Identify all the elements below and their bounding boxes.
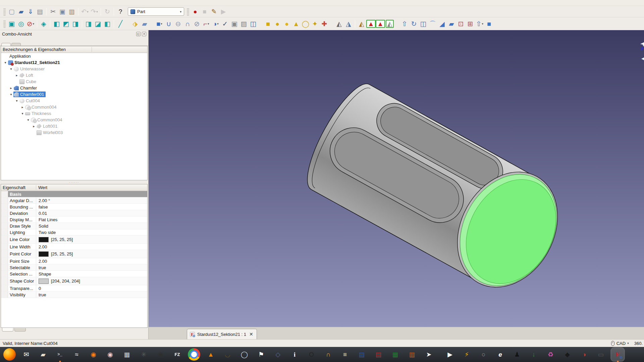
prop-deviation[interactable]: Deviation 0.01 <box>1 210 147 217</box>
geometric-primitives-button[interactable]: ✚ <box>320 19 329 28</box>
taskbar-calibre[interactable]: ≡ <box>339 348 351 361</box>
taskbar-disk-analyzer[interactable]: ◑ <box>578 348 590 361</box>
view-bottom-button[interactable]: ◪ <box>93 19 103 28</box>
prop-angular-deflection[interactable]: Angular D... 2.00 ° <box>1 197 147 204</box>
macro-play-button[interactable]: ▶ <box>219 7 228 16</box>
taskbar-model-viewer[interactable]: ◇ <box>272 348 284 361</box>
menu-ansicht[interactable] <box>15 3 21 3</box>
tree-item-common004[interactable]: ▸ Common004 <box>1 104 147 110</box>
tab-ansicht[interactable] <box>2 328 13 331</box>
primitive-sphere-button[interactable]: ● <box>282 19 291 28</box>
tree-expander-icon[interactable]: ▾ <box>26 118 31 122</box>
toolbar-drag-handle[interactable] <box>3 20 6 28</box>
taskbar-gimp[interactable]: ◡ <box>221 348 234 361</box>
menu-bearbeiten[interactable] <box>9 3 15 3</box>
property-value[interactable]: Shape <box>36 272 51 277</box>
tree-item-unterwasser[interactable]: ▾ Unterwasser <box>1 66 147 72</box>
revolve-button[interactable]: ↻ <box>409 19 419 28</box>
tree-expander-icon[interactable]: ▾ <box>20 112 25 115</box>
taskbar-lo-writer[interactable]: ▤ <box>356 348 368 361</box>
prop-line-color[interactable]: Line Color [25, 25, 25] <box>1 236 147 244</box>
taskbar-freecad[interactable]: F <box>611 348 624 361</box>
view-front-button[interactable]: ◧ <box>52 19 61 28</box>
taskbar-chrome[interactable] <box>188 348 200 361</box>
tree-item-cut004[interactable]: ▾ Cut004 <box>1 98 147 104</box>
menu-makro[interactable] <box>27 3 33 3</box>
chevron-down-icon[interactable]: ▾ <box>627 342 629 345</box>
taskbar-filezilla[interactable]: FZ <box>171 348 183 361</box>
ruled-surface-button[interactable]: ▰ <box>447 19 456 28</box>
property-value[interactable]: [25, 25, 25] <box>36 251 73 257</box>
taskbar-vlc[interactable]: ▲ <box>205 348 217 361</box>
taskbar-web-browser[interactable]: ➤ <box>423 348 435 361</box>
taskbar-firefox[interactable] <box>3 348 16 361</box>
tree-expander-icon[interactable]: ▾ <box>9 67 13 71</box>
tree-expander-icon[interactable]: ▾ <box>9 93 13 96</box>
view-left-button[interactable]: ◧ <box>103 19 112 28</box>
property-table-header[interactable]: Eigenschaft Wert <box>1 184 147 191</box>
prop-draw-style[interactable]: Draw Style Solid <box>1 223 147 229</box>
extrude-button[interactable]: ⇧ <box>400 19 409 28</box>
taskbar-gps-maps[interactable]: ⚑ <box>255 348 267 361</box>
tree-column-header[interactable]: Bezeichnungen & Eigenschaften <box>1 46 147 53</box>
boolean-union-button[interactable]: ∪ <box>164 19 173 28</box>
tree-item-loft001[interactable]: ▸ Loft001 <box>1 123 147 129</box>
prop-lighting[interactable]: Lighting Two side <box>1 229 147 236</box>
boolean-section-button[interactable]: ⊘ <box>192 19 202 28</box>
taskbar-thunderbird[interactable]: ✉ <box>20 348 33 361</box>
tree-root-applikation[interactable]: Applikation <box>1 53 147 59</box>
taskbar-desktop-recorder[interactable]: ◉ <box>154 348 167 361</box>
combo-view-titlebar[interactable]: Combo-Ansicht ◱ ✕ <box>0 30 148 38</box>
tree-expander-icon[interactable]: ▸ <box>9 86 13 90</box>
boolean-cut-button[interactable]: ⊖ <box>173 19 183 28</box>
taskbar-video-editor[interactable]: ▦ <box>121 348 133 361</box>
prop-group-basis[interactable]: Basis <box>1 191 147 197</box>
property-value[interactable]: true <box>36 292 46 297</box>
taskbar-overflow-partial[interactable] <box>628 348 641 361</box>
part-import-button[interactable]: ▰ <box>140 19 149 28</box>
property-value[interactable]: [204, 204, 204] <box>36 279 80 284</box>
taskbar-openshot[interactable]: ◯ <box>238 348 251 361</box>
property-value[interactable]: [25, 25, 25] <box>36 237 73 242</box>
3d-view[interactable]: ➤ z ◀ <box>149 30 644 327</box>
tree-item-loft[interactable]: ▸ Loft <box>1 72 147 78</box>
menu-fenster[interactable] <box>45 3 51 3</box>
property-value[interactable]: 2.00 ° <box>36 198 50 203</box>
taskbar-scanner[interactable]: ▭ <box>595 348 607 361</box>
close-document-icon[interactable]: ✕ <box>249 331 253 337</box>
part-example-button[interactable]: ⬗ <box>130 19 140 28</box>
panel-splitter[interactable]: ······ <box>0 180 148 184</box>
view-rear-button[interactable]: ◨ <box>84 19 93 28</box>
taskbar-info-viewer[interactable]: i <box>288 348 301 361</box>
taskbar-audacity[interactable]: ∩ <box>322 348 334 361</box>
defeaturing-button[interactable]: ▣ <box>230 19 239 28</box>
prop-selectable[interactable]: Selectable true <box>1 264 147 271</box>
property-value[interactable]: 0 <box>36 286 41 291</box>
taskbar-aperture[interactable]: ✳ <box>138 348 150 361</box>
prop-display-mode[interactable]: Display M... Flat Lines <box>1 217 147 223</box>
taskbar-inkscape[interactable]: ◆ <box>561 348 574 361</box>
taskbar-terminal[interactable]: >_ <box>54 348 66 361</box>
offset-2d-button[interactable]: ⊞ <box>466 19 475 28</box>
prop-point-size[interactable]: Point Size 2.00 <box>1 258 147 264</box>
offset-3d-button[interactable]: ⊡ <box>456 19 466 28</box>
print-button[interactable]: ▤ <box>35 7 45 16</box>
new-document-button[interactable]: ▢ <box>7 7 16 16</box>
prop-point-color[interactable]: Point Color [25, 25, 25] <box>1 250 147 258</box>
boolean-common-button[interactable]: ∩ <box>183 19 192 28</box>
draw-style-button[interactable]: ⊘▾ <box>26 19 35 28</box>
tree-expander-icon[interactable]: ▾ <box>14 99 19 103</box>
taskbar-mascot[interactable]: ♟ <box>511 348 523 361</box>
open-document-button[interactable]: ▰ <box>16 7 26 16</box>
menu-measure[interactable] <box>39 3 45 3</box>
measure-linear-button[interactable]: ╱ <box>116 19 125 28</box>
tree-item-common004b[interactable]: ▾ Common004 <box>1 117 147 123</box>
toolbar-drag-handle[interactable] <box>3 8 6 16</box>
save-button[interactable]: ⇓ <box>26 7 35 16</box>
mirror-button[interactable]: ◫ <box>419 19 428 28</box>
cross-sections-button[interactable]: ◫ <box>249 19 258 28</box>
validate-shape-button[interactable]: ◭ <box>385 19 394 28</box>
prop-bounding-box[interactable]: Bounding ... false <box>1 204 147 210</box>
macro-stop-button[interactable]: ■ <box>200 7 209 16</box>
taskbar-screen-recorder[interactable]: ◉ <box>104 348 116 361</box>
